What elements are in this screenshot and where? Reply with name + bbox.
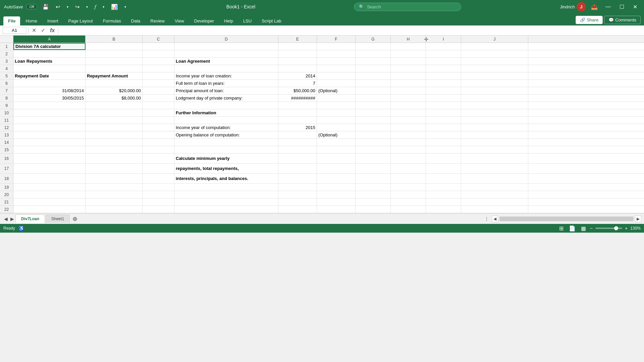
zoom-in-icon[interactable]: + [625,226,628,231]
sheet-nav-right[interactable]: ▶ [9,216,15,222]
col-header-b[interactable]: B [86,36,143,43]
cell-b12[interactable] [86,124,143,131]
options-icon[interactable]: ⋮ [483,216,490,222]
cell-b6[interactable] [86,80,143,87]
cell-i1[interactable] [426,43,461,50]
zoom-thumb[interactable] [614,226,618,230]
sheet-tab-sheet1[interactable]: Sheet1 [46,215,70,223]
cell-g1[interactable] [356,43,391,50]
cell-f10[interactable] [317,109,356,116]
cell-i2[interactable] [426,50,461,57]
cell-i5[interactable] [426,72,461,79]
col-header-c[interactable]: C [143,36,174,43]
tab-home[interactable]: Home [21,16,42,25]
tab-data[interactable]: Data [126,16,145,25]
cell-d1[interactable] [174,43,278,50]
tab-page-layout[interactable]: Page Layout [64,16,98,25]
cell-e11[interactable] [278,117,317,124]
zoom-out-icon[interactable]: − [590,226,593,231]
cell-d4[interactable] [174,65,278,72]
cell-j10[interactable] [461,109,528,116]
cell-b10[interactable] [86,109,143,116]
comments-button[interactable]: 💬 Comments [604,16,641,24]
cell-j11[interactable] [461,117,528,124]
cell-j12[interactable] [461,124,528,131]
cell-d18[interactable]: interests, principals, and balances. [174,174,278,183]
cell-j5[interactable] [461,72,528,79]
cell-c8[interactable] [143,95,174,102]
cell-d11[interactable] [174,117,278,124]
redo-icon[interactable]: ↪ [73,3,81,11]
cell-j3[interactable] [461,58,528,65]
chart-dropdown-icon[interactable]: ▾ [123,4,128,9]
cell-g12[interactable] [356,124,391,131]
zoom-level[interactable]: 130% [630,226,641,231]
cell-f2[interactable] [317,50,356,57]
page-break-icon[interactable]: ▦ [580,225,587,232]
horizontal-scrollbar[interactable] [499,217,634,221]
cell-a11[interactable] [13,117,86,124]
cell-i9[interactable] [426,102,461,109]
cell-i6[interactable] [426,80,461,87]
cell-d5[interactable]: Income year of loan creation: [174,72,278,79]
cell-e10[interactable] [278,109,317,116]
cell-a6[interactable] [13,80,86,87]
cell-e13[interactable] [278,131,317,138]
cell-c5[interactable] [143,72,174,79]
cell-g10[interactable] [356,109,391,116]
cell-f7[interactable]: (Optional) [317,87,356,94]
cell-c1[interactable] [143,43,174,50]
cell-h4[interactable] [391,65,426,72]
cell-g5[interactable] [356,72,391,79]
col-header-a[interactable]: A [13,36,86,43]
cell-b7[interactable]: $20,000.00 [86,87,143,94]
cell-e4[interactable] [278,65,317,72]
cell-b4[interactable] [86,65,143,72]
cell-j8[interactable] [461,95,528,102]
cell-i11[interactable] [426,117,461,124]
cell-d10[interactable]: Further Information [174,109,278,116]
formula-dropdown-icon[interactable]: ▾ [101,4,106,9]
page-layout-icon[interactable]: 📄 [568,225,577,232]
accessibility-icon[interactable]: ♿ [18,226,24,231]
cell-f5[interactable] [317,72,356,79]
cell-g7[interactable] [356,87,391,94]
cell-i13[interactable] [426,131,461,138]
search-box[interactable]: 🔍 [354,3,461,11]
cell-a13[interactable] [13,131,86,138]
cell-b3[interactable] [86,58,143,65]
cell-h12[interactable] [391,124,426,131]
cell-e5[interactable]: 2014 [278,72,317,79]
maximize-button[interactable]: ☐ [617,3,627,11]
col-header-i[interactable]: I [426,36,461,43]
cell-i12[interactable] [426,124,461,131]
tab-file[interactable]: File [3,16,20,25]
cell-h3[interactable] [391,58,426,65]
cell-a7[interactable]: 31/08/2014 [13,87,86,94]
cell-g6[interactable] [356,80,391,87]
search-input[interactable] [367,4,451,9]
sheet-tab-div7loan[interactable]: Div7Loan [15,215,45,223]
cell-f1[interactable] [317,43,356,50]
tab-help[interactable]: Help [219,16,238,25]
col-header-h[interactable]: H ✛ [391,36,426,43]
cell-b2[interactable] [86,50,143,57]
share-button[interactable]: 🔗 Share [576,16,603,24]
tab-lsu[interactable]: LSU [238,16,256,25]
cell-c3[interactable] [143,58,174,65]
cell-c7[interactable] [143,87,174,94]
cell-i4[interactable] [426,65,461,72]
cell-b5[interactable]: Repayment Amount [86,72,143,79]
save-icon[interactable]: 💾 [41,3,51,11]
cell-f11[interactable] [317,117,356,124]
cell-a1[interactable]: Division 7A calculator [13,43,86,50]
cell-a2[interactable] [13,50,86,57]
cell-h2[interactable] [391,50,426,57]
cell-g8[interactable] [356,95,391,102]
cell-c13[interactable] [143,131,174,138]
cell-g9[interactable] [356,102,391,109]
add-sheet-button[interactable]: ⊕ [70,215,79,223]
cell-d6[interactable]: Full term of loan in years: [174,80,278,87]
cell-b1[interactable] [86,43,143,50]
cell-e3[interactable] [278,58,317,65]
